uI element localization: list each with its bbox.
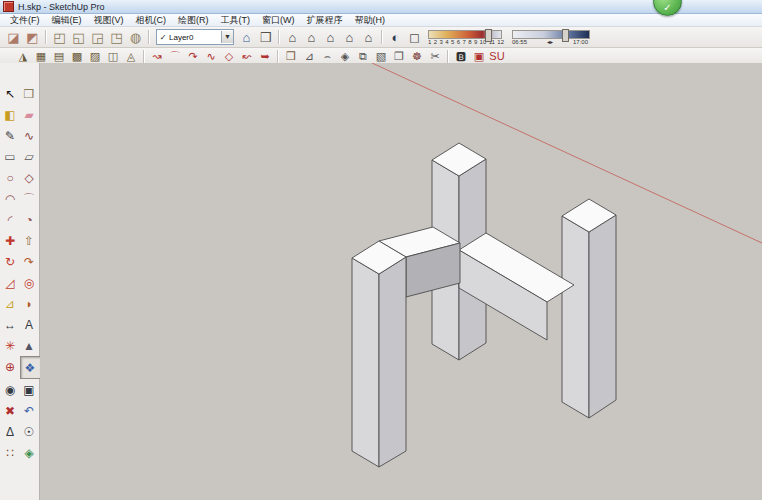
column-right-left-face[interactable] bbox=[562, 216, 589, 418]
sandbox-from-scratch-icon[interactable]: ▦ bbox=[32, 49, 50, 64]
date-slider-handle[interactable] bbox=[485, 29, 492, 42]
view-back-icon[interactable]: ⌂ bbox=[359, 29, 378, 47]
menu-item[interactable]: 窗口(W) bbox=[256, 14, 301, 26]
view-top-icon[interactable]: ⌂ bbox=[302, 29, 321, 47]
column-front-right-face[interactable] bbox=[379, 257, 406, 467]
tool-offset[interactable]: ◎ bbox=[20, 272, 39, 293]
tool-follow-me[interactable]: ↷ bbox=[20, 251, 39, 272]
face-style-hidden-line-icon[interactable]: ◲ bbox=[88, 29, 107, 47]
tool-text[interactable]: A bbox=[20, 314, 39, 335]
shadow-time-slider[interactable]: 06:55 ◂▸ 17:00 bbox=[512, 30, 590, 45]
tool-zoom[interactable]: ◉ bbox=[1, 379, 20, 400]
column-right-right-face[interactable] bbox=[589, 215, 616, 418]
mesh-tool-icon[interactable]: ▧ bbox=[372, 49, 390, 64]
arc-curve-icon[interactable]: ⌒ bbox=[166, 49, 184, 64]
tool-3d-text[interactable]: ▲ bbox=[20, 335, 39, 356]
edit-component-icon[interactable]: ❐ bbox=[390, 49, 408, 64]
curve-edit-icon[interactable]: ↷ bbox=[184, 49, 202, 64]
tool-freehand[interactable]: ∿ bbox=[20, 125, 39, 146]
tool-section-plane[interactable]: ◈ bbox=[20, 442, 39, 463]
menu-item[interactable]: 扩展程序 bbox=[301, 14, 349, 26]
layer-panel-icon[interactable]: ❒ bbox=[256, 29, 275, 47]
tool-dimension[interactable]: ↔ bbox=[1, 314, 20, 335]
tool-line[interactable]: ✎ bbox=[1, 125, 20, 146]
box-tool-icon[interactable]: ❒ bbox=[282, 49, 300, 64]
shadow-dialog-icon[interactable]: ◐ bbox=[386, 29, 405, 47]
shadow-date-slider[interactable]: 123456789101112 bbox=[428, 30, 504, 45]
tool-two-point-arc[interactable]: ⌒ bbox=[20, 188, 39, 209]
smoove-icon[interactable]: ▤ bbox=[50, 49, 68, 64]
tool-move[interactable]: ✚ bbox=[1, 230, 20, 251]
gear-tool-icon[interactable]: ☸ bbox=[408, 49, 426, 64]
tool-circle[interactable]: ○ bbox=[1, 167, 20, 188]
menu-item[interactable]: 工具(T) bbox=[215, 14, 257, 26]
stamp-icon[interactable]: ▩ bbox=[68, 49, 86, 64]
tool-position-camera[interactable]: Δ bbox=[1, 421, 20, 442]
tool-look-around[interactable]: ☉ bbox=[20, 421, 39, 442]
tool-rotated-rectangle[interactable]: ▱ bbox=[20, 146, 39, 167]
style-mix-icon[interactable]: ◩ bbox=[23, 29, 42, 47]
face-style-shaded-icon[interactable]: ◳ bbox=[107, 29, 126, 47]
view-front-icon[interactable]: ⌂ bbox=[321, 29, 340, 47]
layer-combo-arrow-icon[interactable]: ▼ bbox=[221, 31, 233, 43]
tool-pie[interactable]: ◔ bbox=[20, 209, 39, 230]
polyline-icon[interactable]: ◇ bbox=[220, 49, 238, 64]
tool-select[interactable]: ↖ bbox=[1, 83, 20, 104]
time-step-arrows[interactable]: ◂▸ bbox=[547, 39, 553, 45]
tool-polygon[interactable]: ◇ bbox=[20, 167, 39, 188]
drawing-canvas[interactable] bbox=[40, 63, 762, 500]
tool-zoom-extents[interactable]: ✖ bbox=[1, 400, 20, 421]
tool-rectangle[interactable]: ▭ bbox=[1, 146, 20, 167]
shadow-toggle-icon[interactable]: ◻ bbox=[405, 29, 424, 47]
overlay-green-badge[interactable]: ✓ bbox=[653, 0, 682, 16]
tool-orbit[interactable]: ⊕ bbox=[1, 356, 20, 377]
tool-rotate[interactable]: ↻ bbox=[1, 251, 20, 272]
bezier-curve-icon[interactable]: ↝ bbox=[148, 49, 166, 64]
sandbox-from-contours-icon[interactable]: ◮ bbox=[14, 49, 32, 64]
tool-pan[interactable]: ❖ bbox=[20, 356, 41, 379]
face-style-xray-icon[interactable]: ◰ bbox=[50, 29, 69, 47]
face-style-textured-icon[interactable]: ◍ bbox=[126, 29, 145, 47]
spline-icon[interactable]: ↜ bbox=[238, 49, 256, 64]
tool-tape-measure[interactable]: ⊿ bbox=[1, 293, 20, 314]
tool-push-pull[interactable]: ⇧ bbox=[20, 230, 39, 251]
render-plugin-icon[interactable]: ▣ bbox=[470, 49, 488, 64]
menu-item[interactable]: 绘图(R) bbox=[172, 14, 215, 26]
menu-item[interactable]: 相机(C) bbox=[130, 14, 173, 26]
menu-item[interactable]: 帮助(H) bbox=[349, 14, 392, 26]
face-style-wireframe-icon[interactable]: ◱ bbox=[69, 29, 88, 47]
tool-zoom-previous[interactable]: ↶ bbox=[20, 400, 39, 421]
tool-walk[interactable]: ∷ bbox=[1, 442, 20, 463]
menu-item[interactable]: 编辑(E) bbox=[46, 14, 88, 26]
tool-zoom-window[interactable]: ▣ bbox=[20, 379, 39, 400]
menu-item[interactable]: 视图(V) bbox=[88, 14, 130, 26]
time-slider-bar[interactable] bbox=[512, 30, 590, 39]
tool-paint-bucket[interactable]: ◧ bbox=[1, 104, 20, 125]
style-edit-icon[interactable]: ◪ bbox=[4, 29, 23, 47]
freehand-curve-icon[interactable]: ∿ bbox=[202, 49, 220, 64]
tool-axes[interactable]: ✳ bbox=[1, 335, 20, 356]
tool-three-point-arc[interactable]: ◜ bbox=[1, 209, 20, 230]
view-iso-icon[interactable]: ⌂ bbox=[283, 29, 302, 47]
add-detail-icon[interactable]: ◫ bbox=[104, 49, 122, 64]
menu-item[interactable]: 文件(F) bbox=[4, 14, 46, 26]
arch-tool-icon[interactable]: ⌢ bbox=[318, 49, 336, 64]
tool-scale[interactable]: ◿ bbox=[1, 272, 20, 293]
tool-eraser[interactable]: ▰ bbox=[20, 104, 39, 125]
tool-make-component[interactable]: ❒ bbox=[20, 83, 39, 104]
tool-protractor[interactable]: ◗ bbox=[20, 293, 39, 314]
tool-arc[interactable]: ◠ bbox=[1, 188, 20, 209]
layer-manager-icon[interactable]: ⌂ bbox=[237, 29, 256, 47]
close-curve-icon[interactable]: ➥ bbox=[256, 49, 274, 64]
model-viewport[interactable] bbox=[40, 63, 762, 500]
layer-combo[interactable]: ✓ Layer0 ▼ bbox=[156, 29, 234, 45]
date-slider-bar[interactable] bbox=[428, 30, 502, 39]
ruler-triangle-icon[interactable]: ⊿ bbox=[300, 49, 318, 64]
drape-icon[interactable]: ▨ bbox=[86, 49, 104, 64]
solid-tool-icon[interactable]: ◈ bbox=[336, 49, 354, 64]
su-plugin-icon[interactable]: SU bbox=[488, 49, 506, 64]
flip-edge-icon[interactable]: ◬ bbox=[122, 49, 140, 64]
bim-plugin-icon[interactable]: 🅱 bbox=[452, 49, 470, 64]
view-right-icon[interactable]: ⌂ bbox=[340, 29, 359, 47]
time-slider-handle[interactable] bbox=[562, 29, 569, 42]
